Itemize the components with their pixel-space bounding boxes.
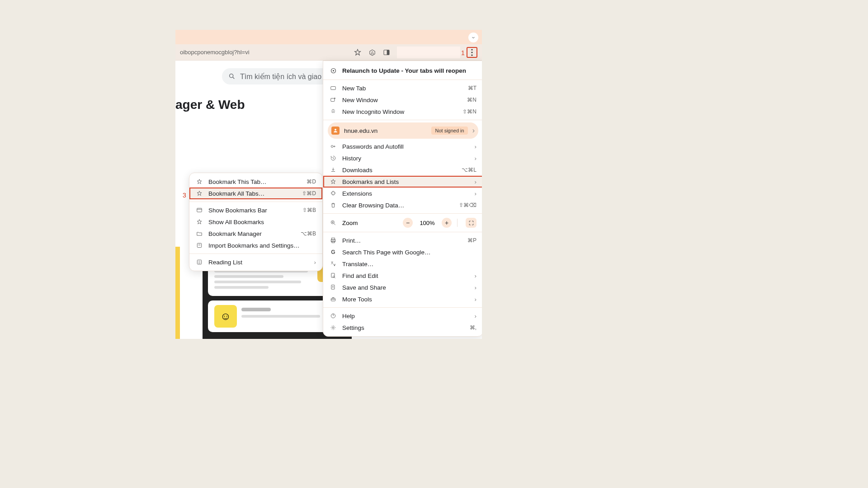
person-icon: [331, 127, 340, 135]
lens-icon[interactable]: [368, 48, 376, 56]
svg-line-23: [334, 224, 335, 225]
page-heading: ager & Web: [175, 98, 245, 112]
chevron-right-icon: ›: [475, 284, 477, 291]
translate-icon: [330, 260, 337, 267]
menu-more-tools[interactable]: More Tools ›: [323, 293, 482, 305]
history-icon: [330, 155, 337, 162]
svg-rect-18: [331, 87, 336, 90]
menu-save-share[interactable]: Save and Share ›: [323, 282, 482, 293]
fullscreen-button[interactable]: [466, 218, 476, 228]
chevron-right-icon: ›: [475, 178, 477, 185]
book-icon: [196, 242, 203, 249]
chevron-right-icon: ›: [475, 313, 477, 319]
puzzle-icon: [330, 190, 337, 197]
bookmarks-submenu: Bookmark This Tab… ⌘D Bookmark All Tabs……: [189, 173, 323, 271]
svg-line-31: [335, 277, 335, 278]
chevron-right-icon: ›: [314, 259, 316, 266]
zoom-in-button[interactable]: +: [442, 218, 452, 228]
menu-profile[interactable]: hnue.edu.vn Not signed in ›: [328, 122, 478, 139]
svg-point-30: [333, 276, 335, 278]
menu-incognito[interactable]: New Incognito Window ⇧⌘N: [323, 106, 482, 117]
menu-zoom-row: Zoom − 100% +: [323, 216, 482, 230]
annotation-label-3: 3: [183, 192, 186, 199]
menu-print[interactable]: Print… ⌘P: [323, 235, 482, 246]
update-icon: [330, 67, 337, 74]
submenu-reading-list[interactable]: Reading List ›: [189, 256, 322, 268]
svg-point-2: [471, 49, 472, 50]
search-icon: [228, 73, 236, 80]
key-icon: [330, 143, 337, 150]
svg-point-35: [332, 327, 334, 328]
chevron-down-icon: [471, 35, 476, 40]
menu-clear-data[interactable]: Clear Browsing Data… ⇧⌘⌫: [323, 199, 482, 211]
browser-window: oibopcponemocgbloj?hl=vi 1 2 3 Tìm kiếm …: [175, 30, 482, 339]
zoom-value: 100%: [418, 220, 436, 226]
tab-icon: [330, 84, 337, 92]
chevron-right-icon: ›: [475, 272, 477, 279]
zoom-icon: [330, 219, 337, 226]
window-icon: [196, 206, 203, 214]
smiley-icon: ☺: [214, 305, 237, 328]
search-placeholder: Tìm kiếm tiện ích và giao di: [240, 72, 329, 81]
signin-status-badge: Not signed in: [431, 127, 467, 135]
profile-chip[interactable]: [397, 47, 460, 58]
svg-rect-1: [387, 50, 389, 55]
svg-rect-19: [331, 99, 335, 102]
menu-new-tab[interactable]: New Tab ⌘T: [323, 82, 482, 94]
menu-passwords[interactable]: Passwords and Autofill ›: [323, 141, 482, 152]
menu-find-edit[interactable]: Find and Edit ›: [323, 270, 482, 282]
help-icon: [330, 312, 337, 319]
chevron-right-icon: ›: [475, 143, 477, 150]
toolbox-icon: [330, 296, 337, 303]
folder-icon: [196, 230, 203, 237]
more-menu-button[interactable]: [467, 47, 477, 58]
submenu-bookmark-manager[interactable]: Bookmark Manager ⌥⌘B: [189, 228, 322, 239]
menu-extensions[interactable]: Extensions ›: [323, 188, 482, 199]
new-window-icon: [330, 96, 337, 103]
toolbar: oibopcponemocgbloj?hl=vi: [175, 44, 482, 61]
svg-rect-7: [197, 208, 202, 212]
svg-line-6: [233, 77, 234, 79]
svg-rect-33: [331, 298, 335, 301]
submenu-bookmark-all-tabs[interactable]: Bookmark All Tabs… ⇧⌘D: [189, 188, 322, 199]
zoom-out-button[interactable]: −: [403, 218, 413, 228]
chevron-right-icon: ›: [472, 127, 475, 135]
star-icon: [196, 190, 203, 197]
submenu-show-all-bookmarks[interactable]: Show All Bookmarks: [189, 216, 322, 228]
svg-point-21: [331, 145, 333, 148]
svg-point-3: [471, 52, 472, 53]
submenu-show-bookmarks-bar[interactable]: Show Bookmarks Bar ⇧⌘B: [189, 204, 322, 216]
svg-rect-12: [197, 260, 201, 264]
menu-history[interactable]: History ›: [323, 152, 482, 164]
submenu-bookmark-this-tab[interactable]: Bookmark This Tab… ⌘D: [189, 176, 322, 188]
menu-search-page-google[interactable]: G Search This Page with Google…: [323, 246, 482, 258]
list-icon: [196, 258, 203, 266]
menu-downloads[interactable]: Downloads ⌥⌘L: [323, 164, 482, 176]
svg-rect-26: [332, 238, 335, 240]
vertical-dots-icon: [471, 49, 473, 56]
download-icon: [330, 166, 337, 174]
print-icon: [330, 237, 337, 244]
chevron-right-icon: ›: [475, 155, 477, 162]
tabs-dropdown-button[interactable]: [468, 33, 478, 42]
svg-point-20: [335, 129, 336, 131]
star-icon: [330, 178, 337, 185]
menu-settings[interactable]: Settings ⌘,: [323, 322, 482, 333]
menu-new-window[interactable]: New Window ⌘N: [323, 94, 482, 106]
main-menu: Relaunch to Update - Your tabs will reop…: [323, 61, 482, 337]
svg-point-5: [230, 74, 233, 78]
menu-help[interactable]: Help ›: [323, 310, 482, 322]
chevron-right-icon: ›: [475, 296, 477, 303]
panel-icon[interactable]: [382, 48, 391, 56]
menu-translate[interactable]: Translate…: [323, 258, 482, 270]
bookmark-star-icon[interactable]: [354, 48, 362, 56]
submenu-import-bookmarks[interactable]: Import Bookmarks and Settings…: [189, 239, 322, 251]
menu-bookmarks-lists[interactable]: Bookmarks and Lists ›: [323, 176, 482, 188]
google-icon: G: [330, 249, 337, 256]
svg-point-17: [332, 70, 334, 71]
incognito-icon: [330, 108, 337, 115]
menu-relaunch-update[interactable]: Relaunch to Update - Your tabs will reop…: [323, 64, 482, 77]
trash-icon: [330, 202, 337, 209]
toolbar-actions: [354, 44, 477, 61]
star-icon: [196, 218, 203, 225]
